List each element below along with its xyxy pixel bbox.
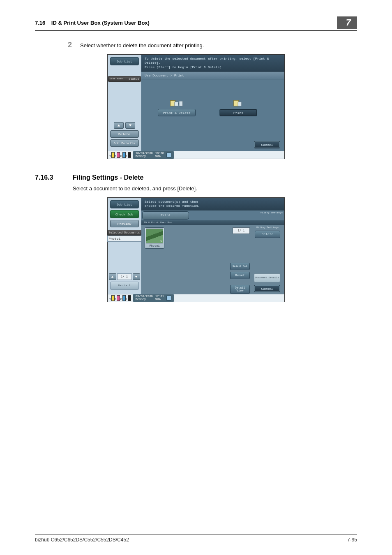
print-button[interactable]: Print	[219, 109, 257, 116]
status-memory-val: 99%	[155, 155, 164, 158]
status-memory-label: Memory	[136, 155, 153, 158]
message-area: To delete the selected document after pr…	[141, 55, 284, 72]
page-header: 7.16 ID & Print User Box (System User Bo…	[35, 16, 357, 31]
delete-button-2[interactable]: Delete	[255, 231, 280, 238]
section-7-16-3-heading: 7.16.3 Filing Settings - Delete	[35, 174, 357, 181]
thumbnail-image	[146, 229, 163, 243]
print-delete-icon	[170, 98, 184, 109]
footer-page: 7-95	[347, 537, 357, 543]
header-section-title: ID & Print User Box (System User Box)	[51, 20, 150, 26]
arrow-up-button-2[interactable]	[109, 273, 116, 280]
job-details-button[interactable]: Job Details	[110, 139, 139, 147]
job-list-button-2[interactable]: Job List	[110, 200, 139, 208]
subtab-label: ID & Print User Box	[141, 220, 284, 225]
section-title: Filing Settings - Delete	[73, 174, 143, 181]
filing-settings-label: Filing Settings	[255, 227, 280, 229]
status-memory-val-2: 99%	[155, 298, 164, 301]
step-number: 2	[65, 41, 72, 49]
breadcrumb: Use Document > Print	[141, 72, 284, 79]
memory-icon-2	[166, 296, 171, 301]
message-line-1: To delete the selected document after pr…	[145, 57, 281, 65]
svg-rect-1	[175, 102, 178, 106]
chapter-badge: 7	[337, 16, 357, 29]
thumbnail-label: Photo1	[149, 244, 159, 247]
side-pager: 1/ 1	[117, 273, 132, 280]
cancel-button[interactable]: Cancel	[254, 141, 280, 148]
list-header: User Name Status	[108, 76, 141, 82]
step-text: Select whether to delete the document af…	[80, 42, 204, 49]
content-pager: 1/ 1	[233, 227, 250, 234]
document-details-button[interactable]: Document Details	[254, 273, 280, 282]
selected-doc-item[interactable]: Photo1	[107, 236, 142, 242]
reset-button[interactable]: Reset	[230, 272, 250, 279]
status-memory-label-2: Memory	[136, 298, 153, 301]
printer-panel-2: Job List Check Job Preview Selected Docu…	[107, 197, 285, 302]
footer-model: bizhub C652/C652DS/C552/C552DS/C452	[35, 537, 129, 543]
header-section-num: 7.16	[35, 20, 45, 26]
svg-rect-2	[179, 101, 183, 106]
print-and-delete-button[interactable]: Print & Delete	[158, 109, 196, 116]
filing-settings-tab[interactable]: Filing Settings	[259, 210, 284, 220]
page-footer: bizhub C652/C652DS/C552/C552DS/C452 7-95	[35, 534, 357, 543]
job-list-button[interactable]: Job List	[110, 57, 139, 65]
preview-button[interactable]: Preview	[110, 220, 139, 227]
step-2-row: 2 Select whether to delete the document …	[65, 41, 357, 49]
col-user-name: User Name	[110, 77, 123, 81]
print-icon	[233, 98, 244, 109]
document-thumbnail[interactable]: Photo1	[145, 227, 164, 249]
delete-button[interactable]: Delete	[110, 130, 139, 138]
toner-k-label: K	[126, 155, 127, 158]
selected-documents-header: Selected Documents	[108, 230, 141, 236]
section-body: Select a document to be deleted, and pre…	[73, 185, 357, 192]
arrow-up-button[interactable]	[114, 122, 124, 129]
col-status: Status	[129, 77, 139, 81]
toner-y-label: Y	[109, 155, 111, 158]
status-bar-2: Y M C K 03/30/2009 Memory 17:01 99%	[108, 294, 284, 302]
arrow-down-button[interactable]	[125, 122, 135, 129]
printer-panel-1: Job List User Name Status	[107, 54, 285, 159]
toner-m-label: M	[115, 155, 116, 158]
arrow-down-button-2[interactable]	[133, 273, 140, 280]
check-job-button[interactable]: Check Job	[110, 210, 139, 218]
section-number: 7.16.3	[35, 174, 65, 181]
memory-icon	[166, 153, 171, 157]
detail-view-button[interactable]: Detail View	[230, 285, 250, 294]
message-area-2: Select document(s) and then choose the d…	[141, 198, 284, 210]
cancel-button-2[interactable]: Cancel	[254, 285, 280, 292]
print-tab[interactable]: Print	[142, 211, 189, 220]
svg-rect-4	[238, 102, 242, 106]
toner-c-label: C	[120, 155, 122, 158]
detail-tab[interactable]: De- tail	[110, 282, 139, 290]
message-line-2: Press [Start] to begin [Print & Delete].	[145, 65, 281, 69]
status-bar: Y M C K 10/09/2008 Memory 18:38 99%	[108, 151, 284, 159]
select-all-button[interactable]: Select All	[230, 263, 250, 270]
message-2: Select document(s) and then choose the d…	[145, 200, 206, 208]
